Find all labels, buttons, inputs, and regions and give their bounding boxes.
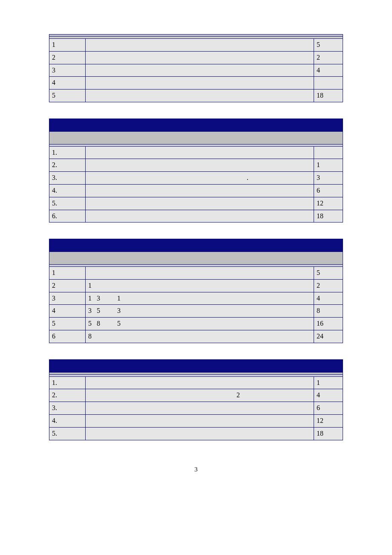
cell-content (86, 414, 314, 427)
cell-index: 4 (49, 305, 86, 318)
table-row: 2 2 (49, 51, 343, 64)
cell-index: 6 (49, 330, 86, 343)
table-row: 1 5 (49, 39, 343, 52)
cell-content (86, 197, 314, 210)
cell-points: 6 (314, 402, 343, 415)
table-row: 1 5 (49, 266, 343, 279)
cell-content (86, 39, 314, 52)
table-header-navy: 6 (49, 119, 343, 131)
cell-points: 5 (314, 39, 343, 52)
cell-points (314, 77, 343, 90)
table-block-5: 1 5 2 2 3 4 4 5 18 (49, 34, 343, 102)
cell-content (86, 159, 314, 172)
cell-content (86, 266, 314, 279)
page-number: 3 (49, 466, 343, 473)
table-row: 3 1 3 1 4 (49, 292, 343, 305)
cell-content (86, 64, 314, 77)
cell-index: 1 (49, 266, 86, 279)
table-7: 7 1 5 2 1 2 3 1 3 1 4 4 3 5 (49, 239, 343, 343)
cell-index: 1. (49, 146, 86, 159)
table-block-7: 7 1 5 2 1 2 3 1 3 1 4 4 3 5 (49, 239, 343, 343)
cell-points: 1 (314, 376, 343, 389)
cell-content: 8 (86, 330, 314, 343)
table-header-navy: 8 (49, 359, 343, 372)
cell-index: 3. (49, 172, 86, 185)
table-row: 3 4 (49, 64, 343, 77)
cell-index: 2. (49, 389, 86, 402)
cell-content (86, 146, 314, 159)
cell-index: 3 (49, 292, 86, 305)
cell-content: 1 3 1 (86, 292, 314, 305)
table-header-grey (49, 252, 343, 265)
cell-index: 4. (49, 414, 86, 427)
table-row: 4. 12 (49, 414, 343, 427)
cell-content: 1 (86, 279, 314, 292)
table-5: 1 5 2 2 3 4 4 5 18 (49, 34, 343, 102)
cell-points (314, 146, 343, 159)
cell-content: . (86, 172, 314, 185)
cell-content: 2 (86, 389, 314, 402)
cell-index: 6. (49, 210, 86, 223)
page: 1 5 2 2 3 4 4 5 18 (0, 0, 392, 499)
cell-index: 5. (49, 197, 86, 210)
cell-index: 1 (49, 39, 86, 52)
cell-index: 3 (49, 64, 86, 77)
table-block-6: 6 1. 2. 1 3. (49, 119, 343, 223)
cell-points: 24 (314, 330, 343, 343)
cell-content (86, 51, 314, 64)
cell-index: 2 (49, 279, 86, 292)
table-row: 1. 1 (49, 376, 343, 389)
table-8: 8 1. 1 2. 2 4 (49, 359, 343, 440)
cell-content (86, 427, 314, 440)
cell-content (86, 184, 314, 197)
table-row: 4 (49, 77, 343, 90)
cell-content (86, 90, 314, 102)
table-row: 3. 6 (49, 402, 343, 415)
cell-points: 2 (314, 279, 343, 292)
cell-points: 4 (314, 389, 343, 402)
cell-index: 4 (49, 77, 86, 90)
cell-content (86, 210, 314, 223)
table-6: 6 1. 2. 1 3. (49, 119, 343, 223)
table-row: 1. (49, 146, 343, 159)
cell-points: 5 (314, 266, 343, 279)
cell-points: 4 (314, 64, 343, 77)
cell-index: 4. (49, 184, 86, 197)
cell-content: 3 5 3 (86, 305, 314, 318)
cell-points: 18 (314, 90, 343, 102)
table-block-8: 8 1. 1 2. 2 4 (49, 359, 343, 440)
cell-points: 8 (314, 305, 343, 318)
cell-points: 18 (314, 210, 343, 223)
cell-points: 16 (314, 318, 343, 330)
cell-content (86, 77, 314, 90)
cell-points: 1 (314, 159, 343, 172)
cell-content (86, 402, 314, 415)
cell-index: 2. (49, 159, 86, 172)
cell-points: 4 (314, 292, 343, 305)
cell-index: 1. (49, 376, 86, 389)
table-row: 5 5 8 5 16 (49, 318, 343, 330)
cell-points: 2 (314, 51, 343, 64)
cell-points: 18 (314, 427, 343, 440)
table-row: 5 18 (49, 90, 343, 102)
table-row: 4. 6 (49, 184, 343, 197)
table-row: 6 8 24 (49, 330, 343, 343)
table-row: 3. . 3 (49, 172, 343, 185)
cell-content (86, 376, 314, 389)
table-row: 2 1 2 (49, 279, 343, 292)
cell-points: 12 (314, 197, 343, 210)
table-row: 6. 18 (49, 210, 343, 223)
table-row: 2. 1 (49, 159, 343, 172)
table-row: 5. 18 (49, 427, 343, 440)
cell-points: 6 (314, 184, 343, 197)
table-row: 2. 2 4 (49, 389, 343, 402)
table-header-grey (49, 131, 343, 144)
cell-content: 5 8 5 (86, 318, 314, 330)
cell-index: 5. (49, 427, 86, 440)
cell-index: 2 (49, 51, 86, 64)
cell-index: 5 (49, 318, 86, 330)
cell-points: 3 (314, 172, 343, 185)
table-header-navy: 7 (49, 239, 343, 252)
cell-index: 3. (49, 402, 86, 415)
cell-index: 5 (49, 90, 86, 102)
